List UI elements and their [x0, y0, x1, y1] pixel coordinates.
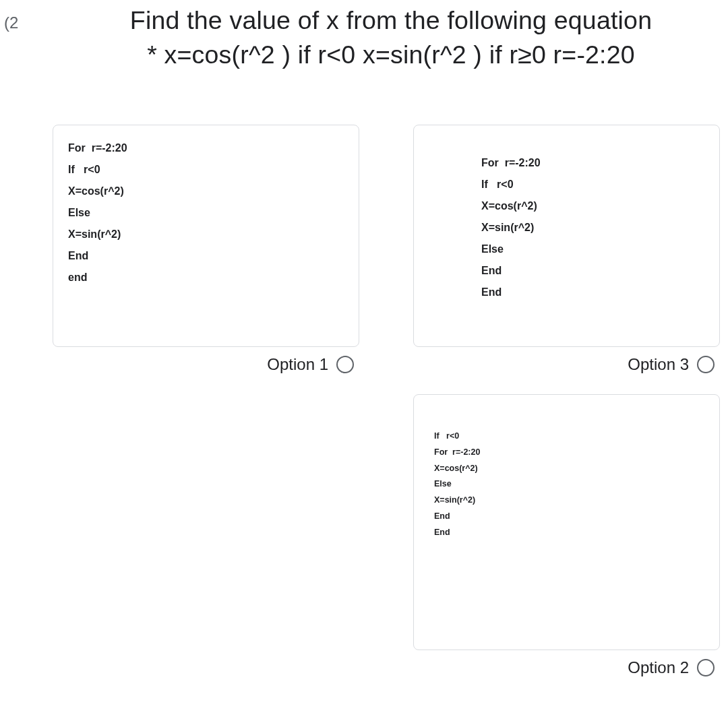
code-line: X=cos(r^2): [434, 461, 704, 477]
code-line: End: [434, 525, 704, 541]
option-2-label: Option 2: [628, 658, 689, 677]
code-line: end: [68, 267, 344, 288]
option-1-radio[interactable]: [336, 356, 354, 373]
code-line: For r=-2:20: [68, 137, 344, 159]
option-1-card: For r=-2:20 If r<0 X=cos(r^2) Else X=sin…: [53, 125, 359, 347]
code-line: X=cos(r^2): [68, 181, 344, 202]
code-line: If r<0: [481, 174, 704, 195]
option-1-label: Option 1: [267, 355, 328, 374]
code-line: Else: [68, 202, 344, 224]
empty-cell: [53, 394, 359, 677]
code-line: For r=-2:20: [481, 152, 704, 174]
option-3-footer: Option 3: [413, 347, 720, 374]
option-1-footer: Option 1: [53, 347, 359, 374]
option-2-radio[interactable]: [697, 659, 715, 676]
code-line: X=sin(r^2): [481, 217, 704, 239]
code-line: X=cos(r^2): [481, 195, 704, 217]
option-2-block: If r<0 For r=-2:20 X=cos(r^2) Else X=sin…: [413, 394, 720, 677]
option-2-card: If r<0 For r=-2:20 X=cos(r^2) Else X=sin…: [413, 394, 720, 650]
code-line: End: [481, 260, 704, 282]
code-line: End: [68, 245, 344, 267]
code-line: End: [481, 282, 704, 303]
option-3-radio[interactable]: [697, 356, 715, 373]
code-line: Else: [481, 239, 704, 260]
question-title-line1: Find the value of x from the following e…: [74, 3, 708, 38]
question-number: (2: [4, 13, 18, 32]
code-line: For r=-2:20: [434, 445, 704, 461]
code-line: Else: [434, 476, 704, 493]
question-title-line2: * x=cos(r^2 ) if r<0 x=sin(r^2 ) if r≥0 …: [74, 38, 708, 72]
option-1-block: For r=-2:20 If r<0 X=cos(r^2) Else X=sin…: [53, 125, 359, 374]
option-3-block: For r=-2:20 If r<0 X=cos(r^2) X=sin(r^2)…: [413, 125, 720, 374]
option-3-label: Option 3: [628, 355, 689, 374]
option-3-card: For r=-2:20 If r<0 X=cos(r^2) X=sin(r^2)…: [413, 125, 720, 347]
question-header: Find the value of x from the following e…: [74, 3, 708, 71]
code-line: If r<0: [68, 159, 344, 181]
options-container: For r=-2:20 If r<0 X=cos(r^2) Else X=sin…: [53, 125, 720, 677]
option-2-footer: Option 2: [413, 650, 720, 677]
code-line: End: [434, 509, 704, 525]
code-line: If r<0: [434, 429, 704, 445]
code-line: X=sin(r^2): [68, 224, 344, 245]
code-line: X=sin(r^2): [434, 493, 704, 509]
